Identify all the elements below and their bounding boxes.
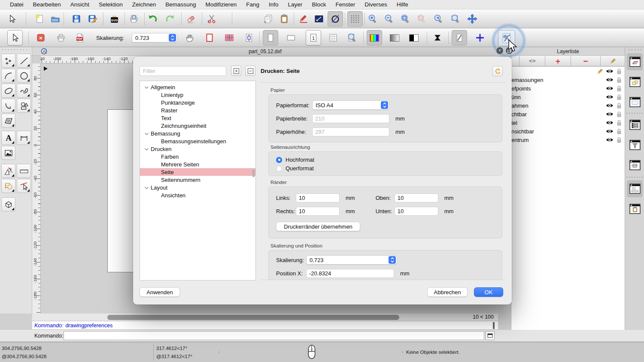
layer-row[interactable]: chtbar <box>511 110 625 118</box>
zoom-out-button[interactable] <box>381 11 397 27</box>
rechts-input[interactable] <box>296 207 340 216</box>
preview-select-tool-button[interactable] <box>7 30 23 45</box>
eye-icon[interactable] <box>606 69 614 74</box>
menu-fenster[interactable]: Fenster <box>331 1 360 8</box>
print-button[interactable] <box>53 30 69 45</box>
querformat-option[interactable]: Querformat <box>269 165 502 172</box>
solid-tools-button[interactable] <box>1 197 15 211</box>
lock-icon[interactable] <box>617 103 622 109</box>
radio-selected-icon[interactable] <box>276 157 282 163</box>
full-color-button[interactable] <box>367 30 382 45</box>
scrollbar-thumb[interactable] <box>107 315 399 320</box>
image-tools-button[interactable] <box>1 146 15 160</box>
tree-item-text[interactable]: Text <box>140 114 255 122</box>
document-titlebar[interactable]: part_05.12.dxf <box>32 47 498 56</box>
eye-icon[interactable] <box>606 129 614 134</box>
save-button[interactable] <box>69 11 84 27</box>
lock-icon[interactable] <box>617 137 622 143</box>
shape-tools-button[interactable] <box>17 99 31 113</box>
command-options-button[interactable] <box>486 331 495 340</box>
single-page-button[interactable]: 1 <box>306 30 321 45</box>
layer-row[interactable]: nsichtbar <box>511 127 625 136</box>
radio-unselected-icon[interactable] <box>276 166 282 172</box>
lock-icon[interactable] <box>617 85 622 91</box>
zoom-page-button[interactable] <box>344 30 360 45</box>
zoom-in-button[interactable] <box>365 11 380 27</box>
oben-input[interactable] <box>395 193 438 202</box>
horizontal-scrollbar[interactable]: 10 < 100 <box>32 314 498 321</box>
tree-item-drucken[interactable]: Drucken <box>140 145 255 153</box>
polyline-tools-button[interactable] <box>1 99 15 113</box>
links-input[interactable] <box>296 193 340 202</box>
lock-icon[interactable] <box>617 111 622 117</box>
tree-item-punktanzeige[interactable]: Punktanzeige <box>140 99 255 106</box>
tree-item-seite[interactable]: Seite <box>140 168 255 176</box>
block-panel-toggle-button[interactable] <box>627 73 643 90</box>
select-tool-button[interactable] <box>4 11 20 27</box>
menu-info[interactable]: Info <box>264 1 283 8</box>
new-file-button[interactable] <box>32 11 47 27</box>
tree-item-seitennummern[interactable]: Seitennummern <box>140 176 255 184</box>
tree-item-raster[interactable]: Raster <box>140 106 255 114</box>
apply-button[interactable]: Anwenden <box>140 287 180 297</box>
menu-datei[interactable]: Datei <box>5 1 28 8</box>
stepper-icon[interactable] <box>169 34 176 42</box>
erase-button[interactable] <box>183 11 199 27</box>
pdf-export-button[interactable]: PDF <box>72 30 88 45</box>
menu-hilfe[interactable]: Hilfe <box>392 1 413 8</box>
dimension-tools-button[interactable] <box>17 131 31 145</box>
measure-tools-button[interactable] <box>17 164 31 178</box>
spline-tools-button[interactable] <box>17 84 31 98</box>
command-line-toggle-button[interactable] <box>627 180 643 197</box>
pan-hand-button[interactable] <box>182 30 197 45</box>
layer-panel-title[interactable]: Layerliste <box>511 47 625 56</box>
stepper-icon[interactable] <box>389 256 396 264</box>
menu-bemassung[interactable]: Bemassung <box>161 1 200 8</box>
menu-modifizieren[interactable]: Modifizieren <box>201 1 242 8</box>
tree-item-bemassung[interactable]: Bemassung <box>140 130 255 137</box>
text-tools-button[interactable]: A <box>1 131 15 145</box>
menu-ansicht[interactable]: Ansicht <box>66 1 94 8</box>
close-preview-button[interactable]: × <box>33 30 49 45</box>
remove-layer-button[interactable]: − <box>571 56 601 66</box>
expand-all-button[interactable] <box>231 66 241 76</box>
lock-icon[interactable] <box>617 68 622 74</box>
landscape-button[interactable] <box>283 30 299 45</box>
tree-item-layout[interactable]: Layout <box>140 184 255 191</box>
pan-button[interactable] <box>465 11 480 27</box>
toggle-all-layers-button[interactable] <box>519 56 545 66</box>
line-tool-button[interactable] <box>311 11 327 27</box>
clipboard-panel-toggle-button[interactable] <box>627 200 643 217</box>
drag-handle[interactable] <box>2 49 30 50</box>
cut-button[interactable] <box>204 11 219 27</box>
menu-selektion[interactable]: Selektion <box>94 1 128 8</box>
zoom-window-button[interactable] <box>448 11 463 27</box>
collapse-all-button[interactable] <box>245 66 255 76</box>
line-tools-button[interactable] <box>17 54 31 68</box>
blackwhite-button[interactable] <box>406 30 422 45</box>
lock-icon[interactable] <box>617 120 622 126</box>
overlay-close-button[interactable]: × <box>496 47 503 54</box>
redo-button[interactable] <box>162 11 178 27</box>
lineweight-button[interactable] <box>430 30 445 45</box>
select-entity-tools-button[interactable] <box>17 179 31 193</box>
multiple-pages-button[interactable] <box>222 30 237 45</box>
property-editor-toggle-button[interactable] <box>627 116 643 133</box>
menu-bearbeiten[interactable]: Bearbeiten <box>28 1 66 8</box>
stepper-icon[interactable] <box>381 101 388 109</box>
lock-icon[interactable] <box>617 128 622 134</box>
auto-fit-page-button[interactable] <box>241 30 257 45</box>
crosshair-button[interactable] <box>472 30 488 45</box>
tree-item-allgemein[interactable]: Allgemein <box>140 83 255 91</box>
command-input[interactable] <box>64 331 484 340</box>
layer-row[interactable]: ahmen <box>511 101 625 110</box>
ellipse-tools-button[interactable] <box>1 84 15 98</box>
snap-panel-toggle-button[interactable] <box>627 157 643 174</box>
eye-icon[interactable] <box>606 112 614 117</box>
hochformat-option[interactable]: Hochformat <box>269 157 502 163</box>
open-file-button[interactable] <box>48 11 63 27</box>
unten-input[interactable] <box>395 207 438 216</box>
grid-toggle-button[interactable] <box>347 11 363 27</box>
grid-pages-button[interactable] <box>325 30 341 45</box>
position-x-input[interactable] <box>306 269 394 278</box>
